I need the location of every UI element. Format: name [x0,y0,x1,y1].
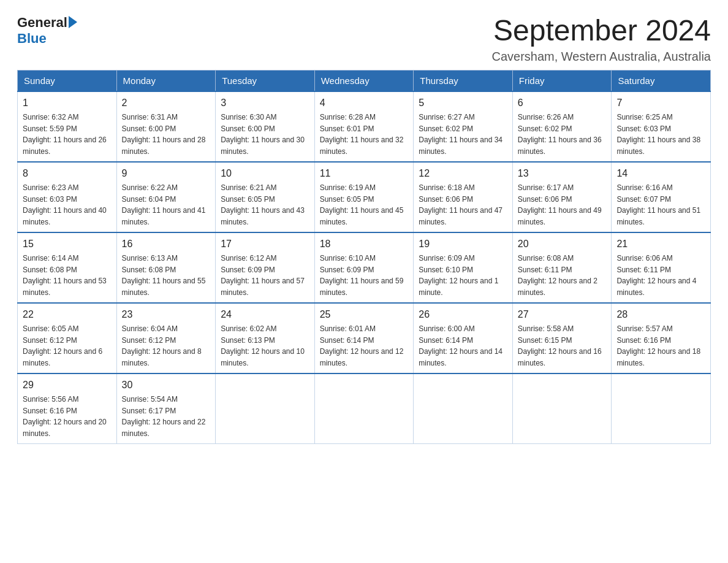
day-info: Sunrise: 5:56 AMSunset: 6:16 PMDaylight:… [23,395,107,438]
day-info: Sunrise: 6:01 AMSunset: 6:14 PMDaylight:… [320,324,404,367]
day-info: Sunrise: 6:32 AMSunset: 5:59 PMDaylight:… [23,113,107,156]
col-saturday: Saturday [612,70,711,91]
table-row: 5 Sunrise: 6:27 AMSunset: 6:02 PMDayligh… [414,91,513,162]
calendar-week-row: 15 Sunrise: 6:14 AMSunset: 6:08 PMDaylig… [18,232,711,303]
table-row: 1 Sunrise: 6:32 AMSunset: 5:59 PMDayligh… [18,91,117,162]
table-row [414,373,513,444]
logo-triangle-icon [69,16,77,28]
day-number: 19 [419,237,507,251]
day-number: 3 [221,96,309,110]
calendar-week-row: 22 Sunrise: 6:05 AMSunset: 6:12 PMDaylig… [18,303,711,373]
table-row: 19 Sunrise: 6:09 AMSunset: 6:10 PMDaylig… [414,232,513,303]
calendar-header-row: Sunday Monday Tuesday Wednesday Thursday… [18,70,711,91]
day-number: 8 [23,166,112,181]
table-row: 11 Sunrise: 6:19 AMSunset: 6:05 PMDaylig… [314,162,414,232]
day-number: 22 [23,307,112,322]
day-number: 16 [122,237,211,251]
day-number: 28 [616,307,705,322]
col-wednesday: Wednesday [314,70,414,91]
day-info: Sunrise: 6:06 AMSunset: 6:11 PMDaylight:… [616,254,696,297]
calendar-week-row: 29 Sunrise: 5:56 AMSunset: 6:16 PMDaylig… [18,373,711,444]
table-row: 3 Sunrise: 6:30 AMSunset: 6:00 PMDayligh… [216,91,315,162]
day-number: 4 [320,96,409,110]
calendar-week-row: 1 Sunrise: 6:32 AMSunset: 5:59 PMDayligh… [18,91,711,162]
day-number: 15 [23,237,112,251]
table-row [216,373,315,444]
day-info: Sunrise: 6:12 AMSunset: 6:09 PMDaylight:… [221,254,305,297]
day-number: 18 [320,237,409,251]
col-friday: Friday [512,70,612,91]
col-tuesday: Tuesday [216,70,315,91]
table-row: 10 Sunrise: 6:21 AMSunset: 6:05 PMDaylig… [216,162,315,232]
day-number: 7 [616,96,705,110]
day-number: 11 [320,166,409,181]
day-info: Sunrise: 6:28 AMSunset: 6:01 PMDaylight:… [320,113,404,156]
day-number: 24 [221,307,309,322]
day-info: Sunrise: 6:27 AMSunset: 6:02 PMDaylight:… [419,113,502,156]
day-info: Sunrise: 6:14 AMSunset: 6:08 PMDaylight:… [23,254,107,297]
day-number: 30 [122,378,211,393]
day-info: Sunrise: 6:00 AMSunset: 6:14 PMDaylight:… [419,324,502,367]
table-row: 8 Sunrise: 6:23 AMSunset: 6:03 PMDayligh… [18,162,117,232]
day-number: 12 [419,166,507,181]
logo-general-text: General [17,15,67,31]
logo: General Blue [17,15,77,47]
col-thursday: Thursday [414,70,513,91]
day-number: 29 [23,378,112,393]
table-row: 23 Sunrise: 6:04 AMSunset: 6:12 PMDaylig… [116,303,216,373]
day-info: Sunrise: 6:02 AMSunset: 6:13 PMDaylight:… [221,324,305,367]
day-info: Sunrise: 6:25 AMSunset: 6:03 PMDaylight:… [616,113,700,156]
table-row: 15 Sunrise: 6:14 AMSunset: 6:08 PMDaylig… [18,232,117,303]
day-number: 1 [23,96,112,110]
day-info: Sunrise: 6:26 AMSunset: 6:02 PMDaylight:… [518,113,602,156]
table-row: 21 Sunrise: 6:06 AMSunset: 6:11 PMDaylig… [612,232,711,303]
table-row: 27 Sunrise: 5:58 AMSunset: 6:15 PMDaylig… [512,303,612,373]
table-row: 18 Sunrise: 6:10 AMSunset: 6:09 PMDaylig… [314,232,414,303]
day-number: 20 [518,237,607,251]
main-title: September 2024 [491,15,711,47]
day-number: 2 [122,96,211,110]
day-info: Sunrise: 6:13 AMSunset: 6:08 PMDaylight:… [122,254,206,297]
day-number: 25 [320,307,409,322]
day-number: 5 [419,96,507,110]
table-row: 2 Sunrise: 6:31 AMSunset: 6:00 PMDayligh… [116,91,216,162]
day-info: Sunrise: 5:57 AMSunset: 6:16 PMDaylight:… [616,324,700,367]
col-monday: Monday [116,70,216,91]
table-row: 6 Sunrise: 6:26 AMSunset: 6:02 PMDayligh… [512,91,612,162]
day-number: 10 [221,166,309,181]
table-row: 22 Sunrise: 6:05 AMSunset: 6:12 PMDaylig… [18,303,117,373]
calendar-week-row: 8 Sunrise: 6:23 AMSunset: 6:03 PMDayligh… [18,162,711,232]
day-info: Sunrise: 6:19 AMSunset: 6:05 PMDaylight:… [320,183,404,226]
logo-blue-text: Blue [17,31,47,47]
day-info: Sunrise: 6:09 AMSunset: 6:10 PMDaylight:… [419,254,498,297]
day-info: Sunrise: 6:30 AMSunset: 6:00 PMDaylight:… [221,113,305,156]
subtitle: Caversham, Western Australia, Australia [491,50,711,64]
day-info: Sunrise: 6:08 AMSunset: 6:11 PMDaylight:… [518,254,597,297]
table-row [512,373,612,444]
table-row: 24 Sunrise: 6:02 AMSunset: 6:13 PMDaylig… [216,303,315,373]
day-number: 14 [616,166,705,181]
day-number: 21 [616,237,705,251]
table-row: 29 Sunrise: 5:56 AMSunset: 6:16 PMDaylig… [18,373,117,444]
page-header: General Blue September 2024 Caversham, W… [17,15,711,64]
day-info: Sunrise: 5:54 AMSunset: 6:17 PMDaylight:… [122,395,206,438]
day-info: Sunrise: 6:31 AMSunset: 6:00 PMDaylight:… [122,113,206,156]
day-info: Sunrise: 6:16 AMSunset: 6:07 PMDaylight:… [616,183,700,226]
day-number: 13 [518,166,607,181]
day-info: Sunrise: 5:58 AMSunset: 6:15 PMDaylight:… [518,324,602,367]
day-number: 9 [122,166,211,181]
table-row: 25 Sunrise: 6:01 AMSunset: 6:14 PMDaylig… [314,303,414,373]
table-row: 16 Sunrise: 6:13 AMSunset: 6:08 PMDaylig… [116,232,216,303]
table-row: 7 Sunrise: 6:25 AMSunset: 6:03 PMDayligh… [612,91,711,162]
day-info: Sunrise: 6:10 AMSunset: 6:09 PMDaylight:… [320,254,404,297]
table-row [314,373,414,444]
day-number: 27 [518,307,607,322]
col-sunday: Sunday [18,70,117,91]
day-info: Sunrise: 6:18 AMSunset: 6:06 PMDaylight:… [419,183,502,226]
day-number: 17 [221,237,309,251]
table-row: 26 Sunrise: 6:00 AMSunset: 6:14 PMDaylig… [414,303,513,373]
table-row [612,373,711,444]
title-block: September 2024 Caversham, Western Austra… [491,15,711,64]
day-number: 23 [122,307,211,322]
day-info: Sunrise: 6:21 AMSunset: 6:05 PMDaylight:… [221,183,305,226]
